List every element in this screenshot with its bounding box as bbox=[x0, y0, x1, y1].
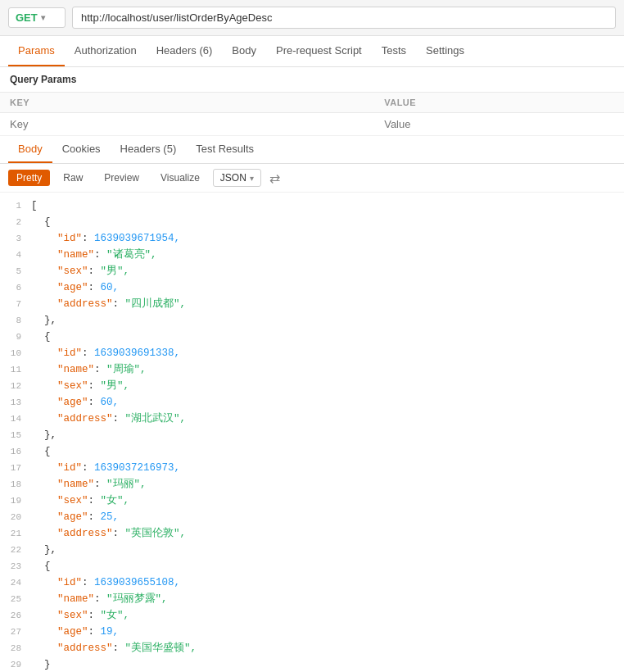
format-chevron-icon: ▾ bbox=[250, 174, 254, 183]
line-number: 26 bbox=[5, 609, 31, 624]
method-label: GET bbox=[16, 11, 38, 24]
tab-settings[interactable]: Settings bbox=[416, 36, 474, 66]
tab-body-response[interactable]: Body bbox=[8, 136, 52, 163]
line-number: 16 bbox=[5, 445, 31, 460]
main-tabs: Params Authorization Headers (6) Body Pr… bbox=[0, 36, 624, 67]
preview-button[interactable]: Preview bbox=[96, 170, 147, 186]
method-chevron-icon: ▾ bbox=[41, 13, 45, 22]
line-number: 13 bbox=[5, 396, 31, 411]
top-bar: GET ▾ bbox=[0, 0, 624, 36]
visualize-button[interactable]: Visualize bbox=[152, 170, 208, 186]
tab-headers[interactable]: Headers (6) bbox=[147, 36, 223, 66]
line-number: 7 bbox=[5, 297, 31, 312]
params-table: KEY VALUE bbox=[0, 92, 624, 136]
wrap-icon[interactable]: ⇄ bbox=[269, 170, 280, 186]
line-number: 18 bbox=[5, 478, 31, 493]
tab-test-results[interactable]: Test Results bbox=[186, 136, 264, 163]
line-number: 19 bbox=[5, 494, 31, 509]
line-number: 6 bbox=[5, 281, 31, 296]
format-select[interactable]: JSON ▾ bbox=[213, 169, 261, 187]
line-content: }, bbox=[31, 542, 619, 558]
line-number: 9 bbox=[5, 330, 31, 345]
json-line: 6"age": 60, bbox=[0, 279, 624, 296]
body-tabs: Body Cookies Headers (5) Test Results bbox=[0, 136, 624, 164]
line-number: 22 bbox=[5, 543, 31, 558]
tab-response-headers[interactable]: Headers (5) bbox=[111, 136, 187, 163]
line-content: "id": 1639039655108, bbox=[31, 574, 619, 591]
method-selector[interactable]: GET ▾ bbox=[8, 7, 66, 28]
line-content: "age": 19, bbox=[31, 624, 619, 640]
line-number: 5 bbox=[5, 265, 31, 279]
line-number: 11 bbox=[5, 363, 31, 378]
value-input[interactable] bbox=[384, 118, 614, 130]
line-content: "id": 1639039671954, bbox=[31, 230, 619, 247]
line-number: 21 bbox=[5, 527, 31, 542]
json-line: 25"name": "玛丽梦露", bbox=[0, 591, 624, 607]
key-input[interactable] bbox=[10, 118, 364, 130]
tab-tests[interactable]: Tests bbox=[372, 36, 416, 66]
json-line: 3"id": 1639039671954, bbox=[0, 230, 624, 247]
line-content: "name": "玛丽", bbox=[31, 476, 619, 493]
line-content: "age": 60, bbox=[31, 394, 619, 411]
json-viewer: 1[2{3"id": 1639039671954,4"name": "诸葛亮",… bbox=[0, 193, 624, 672]
line-number: 14 bbox=[5, 412, 31, 427]
line-number: 10 bbox=[5, 347, 31, 361]
line-content: { bbox=[31, 443, 619, 460]
tab-body[interactable]: Body bbox=[222, 36, 266, 66]
line-number: 24 bbox=[5, 576, 31, 591]
line-content: "name": "诸葛亮", bbox=[31, 247, 619, 263]
tab-prerequest[interactable]: Pre-request Script bbox=[266, 36, 372, 66]
line-content: { bbox=[31, 214, 619, 230]
line-content: "address": "美国华盛顿", bbox=[31, 640, 619, 656]
json-line: 9{ bbox=[0, 329, 624, 345]
json-line: 8}, bbox=[0, 312, 624, 329]
json-line: 23{ bbox=[0, 558, 624, 574]
line-content: } bbox=[31, 656, 619, 672]
line-number: 2 bbox=[5, 216, 31, 230]
json-line: 17"id": 1639037216973, bbox=[0, 460, 624, 476]
tab-params[interactable]: Params bbox=[8, 36, 65, 66]
line-content: "age": 60, bbox=[31, 279, 619, 296]
line-content: "sex": "男", bbox=[31, 378, 619, 394]
json-line: 21"address": "英国伦敦", bbox=[0, 525, 624, 542]
line-content: "name": "玛丽梦露", bbox=[31, 591, 619, 607]
json-line: 15}, bbox=[0, 427, 624, 443]
json-line: 27"age": 19, bbox=[0, 624, 624, 640]
json-line: 18"name": "玛丽", bbox=[0, 476, 624, 493]
json-line: 24"id": 1639039655108, bbox=[0, 574, 624, 591]
json-line: 12"sex": "男", bbox=[0, 378, 624, 394]
line-content: "sex": "男", bbox=[31, 263, 619, 279]
line-number: 25 bbox=[5, 593, 31, 607]
line-content: }, bbox=[31, 312, 619, 329]
json-line: 10"id": 1639039691338, bbox=[0, 345, 624, 361]
tab-authorization[interactable]: Authorization bbox=[65, 36, 147, 66]
json-line: 7"address": "四川成都", bbox=[0, 296, 624, 312]
url-input[interactable] bbox=[72, 7, 616, 29]
format-row: Pretty Raw Preview Visualize JSON ▾ ⇄ bbox=[0, 164, 624, 193]
json-line: 11"name": "周瑜", bbox=[0, 361, 624, 378]
line-number: 1 bbox=[5, 199, 31, 214]
key-column-header: KEY bbox=[0, 93, 374, 113]
json-line: 2{ bbox=[0, 214, 624, 230]
raw-button[interactable]: Raw bbox=[55, 170, 91, 186]
line-number: 4 bbox=[5, 248, 31, 263]
json-line: 14"address": "湖北武汉", bbox=[0, 411, 624, 427]
json-line: 26"sex": "女", bbox=[0, 607, 624, 624]
line-content: [ bbox=[31, 198, 619, 214]
line-content: { bbox=[31, 329, 619, 345]
pretty-button[interactable]: Pretty bbox=[8, 170, 50, 186]
line-content: "id": 1639039691338, bbox=[31, 345, 619, 361]
json-line: 1[ bbox=[0, 198, 624, 214]
line-content: }, bbox=[31, 427, 619, 443]
tab-cookies[interactable]: Cookies bbox=[52, 136, 111, 163]
line-number: 12 bbox=[5, 379, 31, 394]
line-content: { bbox=[31, 558, 619, 574]
line-number: 27 bbox=[5, 625, 31, 640]
json-line: 5"sex": "男", bbox=[0, 263, 624, 279]
format-select-label: JSON bbox=[220, 172, 246, 184]
json-line: 20"age": 25, bbox=[0, 509, 624, 525]
json-line: 19"sex": "女", bbox=[0, 493, 624, 509]
json-line: 4"name": "诸葛亮", bbox=[0, 247, 624, 263]
line-content: "sex": "女", bbox=[31, 493, 619, 509]
line-number: 20 bbox=[5, 511, 31, 525]
